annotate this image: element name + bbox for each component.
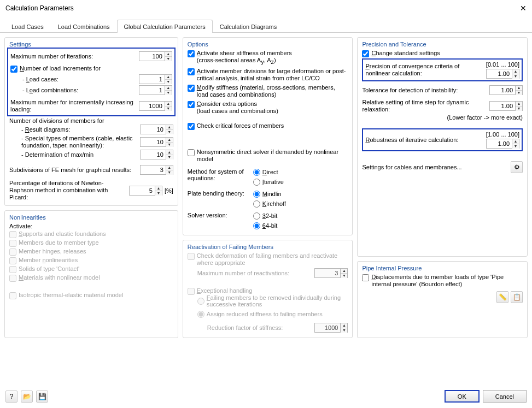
activate-label: Activate:	[9, 223, 173, 229]
assign-stiff-label: Assign reduced stiffness to failing memb…	[207, 311, 323, 317]
shear-checkbox[interactable]	[188, 50, 195, 57]
reactivation-title: Reactivation of Failing Members	[188, 244, 348, 250]
tab-global-params[interactable]: Global Calculation Parameters	[117, 20, 213, 33]
kirchhoff-radio[interactable]	[253, 200, 260, 208]
red-factor-label: Reduction factor of stiffness:	[207, 324, 315, 332]
load-combos-spinner[interactable]: ▲▼	[139, 85, 172, 95]
ok-button[interactable]: OK	[445, 390, 480, 403]
robust-range: [1.00 ... 100]	[486, 131, 519, 138]
direct-radio[interactable]	[253, 169, 260, 176]
nl-memnl-label: Member nonlinearities	[19, 257, 78, 264]
load-combos-label: - Load combinations:	[10, 87, 139, 94]
max-iterations-label: Maximum number of iterations:	[10, 53, 139, 60]
conv-label: Precision of convergence criteria of non…	[365, 63, 486, 77]
64bit-radio[interactable]	[253, 222, 260, 229]
nl-hinges-checkbox	[9, 249, 16, 256]
pipe-title: Pipe Internal Pressure	[362, 265, 523, 271]
num-load-increments-label: Number of load increments for	[20, 65, 101, 72]
spin-down-icon[interactable]: ▼	[165, 57, 172, 61]
nonsym-checkbox[interactable]	[188, 149, 195, 156]
options-panel: Options Activate shear stiffness of memb…	[183, 37, 353, 235]
tab-load-cases[interactable]: Load Cases	[4, 20, 51, 33]
open-button[interactable]: 📂	[21, 391, 33, 403]
units-button[interactable]: 📏	[496, 291, 508, 303]
extra-checkbox[interactable]	[188, 101, 195, 108]
cables-settings-button[interactable]: ⚙	[511, 161, 523, 173]
maxmin-label: - Determination of max/min	[9, 151, 140, 158]
num-load-increments-checkbox[interactable]	[10, 66, 17, 73]
nl-members-label: Members due to member type	[19, 239, 99, 246]
mindlin-radio[interactable]	[253, 191, 260, 198]
change-std-checkbox[interactable]	[362, 50, 369, 57]
save-button[interactable]: 💾	[36, 391, 48, 403]
relax-spinner[interactable]: ▲▼	[489, 101, 523, 111]
modstiff-checkbox[interactable]	[188, 85, 195, 92]
shear-label: Activate shear stiffness of members(cros…	[197, 50, 292, 66]
direct-label: Direct	[262, 169, 278, 175]
help-button[interactable]: ?	[5, 391, 17, 403]
nl-iso-label: Isotropic thermal-elastic material model	[19, 292, 123, 299]
options-title: Options	[188, 41, 348, 48]
max-iterations-input[interactable]	[139, 52, 165, 61]
pipe-disp-checkbox[interactable]	[362, 274, 369, 281]
picard-label: Percentage of iterations of Newton-Raphs…	[9, 180, 129, 201]
iterative-radio[interactable]	[253, 179, 260, 186]
window-title: Calculation Parameters	[5, 4, 74, 12]
react-check-checkbox	[188, 253, 195, 260]
plate-label: Plate bending theory:	[188, 189, 253, 209]
picard-spinner[interactable]: ▲▼	[129, 186, 162, 196]
settings-title: Settings	[9, 41, 173, 48]
max-incr-spinner[interactable]: ▲▼	[139, 101, 172, 111]
red-factor-spinner: ▲▼	[314, 323, 348, 333]
iterative-label: Iterative	[262, 179, 284, 185]
subdiv-spinner[interactable]: ▲▼	[140, 165, 173, 175]
result-diagrams-spinner[interactable]: ▲▼	[140, 125, 173, 134]
load-cases-input[interactable]	[139, 75, 165, 84]
special-types-label: - Special types of members (cable, elast…	[9, 135, 140, 149]
precision-panel: Precision and Tolerance Change standard …	[357, 37, 528, 257]
nl-supports-label: Supports and elastic foundations	[19, 230, 106, 238]
conv-range: [0.01 ... 100]	[486, 61, 519, 68]
spin-up-icon[interactable]: ▲	[165, 52, 172, 57]
cancel-button[interactable]: Cancel	[483, 390, 527, 403]
nl-iso-checkbox	[9, 292, 16, 299]
special-types-spinner[interactable]: ▲▼	[140, 137, 173, 147]
tab-load-combinations[interactable]: Load Combinations	[51, 20, 117, 33]
max-iterations-spinner[interactable]: ▲▼	[139, 51, 172, 61]
exc-checkbox	[188, 288, 195, 295]
pipe-panel: Pipe Internal Pressure Displacements due…	[357, 261, 528, 338]
picard-unit: [%]	[165, 187, 173, 194]
memdiv-checkbox[interactable]	[188, 68, 195, 75]
nl-hinges-label: Member hinges, releases	[19, 248, 86, 255]
critical-checkbox[interactable]	[188, 123, 195, 130]
method-label: Method for system of equations:	[188, 167, 253, 187]
fail-remove-label: Failing members to be removed individual…	[207, 294, 348, 308]
modstiff-label: Modify stiffness (material, cross-sectio…	[197, 84, 348, 98]
nl-members-checkbox	[9, 240, 16, 247]
load-combos-input[interactable]	[139, 86, 165, 94]
max-incr-input[interactable]	[139, 102, 165, 110]
conv-spinner[interactable]: ▲▼	[486, 69, 519, 79]
extra-label: Consider extra options(load cases and co…	[197, 100, 278, 115]
tab-strip: Load Cases Load Combinations Global Calc…	[0, 19, 532, 33]
subdiv-label: Subdivisions of FE mesh for graphical re…	[9, 167, 140, 174]
assign-stiff-radio	[197, 311, 204, 318]
load-cases-spinner[interactable]: ▲▼	[139, 74, 172, 84]
nl-solids-checkbox	[9, 266, 16, 273]
kirchhoff-label: Kirchhoff	[262, 200, 286, 207]
nonlinearities-panel: Nonlinearities Activate: Supports and el…	[4, 210, 178, 338]
tab-calc-diagrams[interactable]: Calculation Diagrams	[213, 20, 284, 33]
32bit-radio[interactable]	[253, 212, 260, 220]
close-icon[interactable]: ✕	[520, 4, 527, 13]
nl-materials-checkbox	[9, 275, 16, 282]
defaults-button[interactable]: 📋	[511, 291, 523, 303]
maxmin-spinner[interactable]: ▲▼	[140, 150, 173, 159]
reactivation-panel: Reactivation of Failing Members Check de…	[183, 240, 353, 338]
precision-title: Precision and Tolerance	[362, 41, 523, 48]
instab-spinner[interactable]: ▲▼	[489, 85, 523, 95]
instab-label: Tolerance for detection of instability:	[362, 87, 489, 94]
max-incr-label: Maximum number for incrementally increas…	[10, 99, 139, 113]
nl-materials-label: Materials with nonlinear model	[19, 274, 100, 281]
robust-spinner[interactable]: ▲▼	[486, 139, 519, 149]
max-react-spinner: ▲▼	[314, 268, 348, 278]
